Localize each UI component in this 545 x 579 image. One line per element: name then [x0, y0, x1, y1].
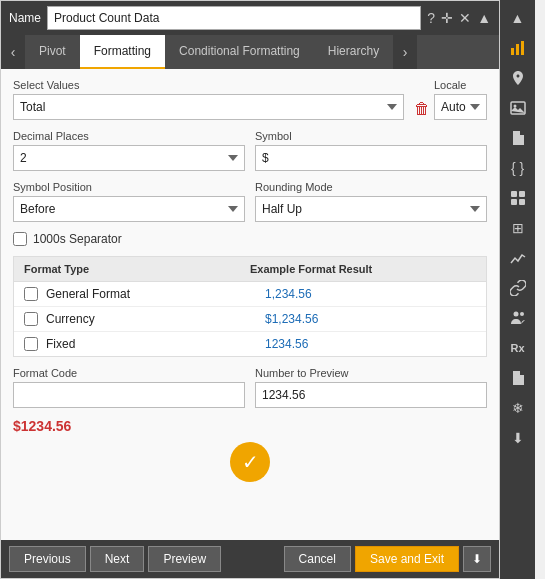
decimal-places-label: Decimal Places: [13, 130, 245, 142]
locale-label: Locale: [434, 79, 487, 91]
fixed-format-checkbox[interactable]: [24, 337, 38, 351]
sidebar-icon-link[interactable]: [503, 274, 533, 302]
symbol-position-label: Symbol Position: [13, 181, 245, 193]
sidebar-icon-grid[interactable]: ⊞: [503, 214, 533, 242]
confirm-button[interactable]: ✓: [230, 442, 270, 482]
sidebar-icon-chart-bar[interactable]: [503, 34, 533, 62]
sidebar-icon-up[interactable]: ▲: [503, 4, 533, 32]
svg-rect-5: [511, 191, 517, 197]
decimal-places-select[interactable]: 2: [13, 145, 245, 171]
sidebar-icon-rx[interactable]: Rx: [503, 334, 533, 362]
symbol-input[interactable]: [255, 145, 487, 171]
select-values-group: Select Values Total: [13, 79, 404, 120]
locale-delete-icon[interactable]: 🗑: [414, 100, 430, 118]
tab-hierarchy[interactable]: Hierarchy: [314, 35, 393, 69]
decimal-places-group: Decimal Places 2: [13, 130, 245, 171]
main-panel: Name ? ✛ ✕ ▲ ‹ Pivot Formatting Conditio…: [0, 0, 500, 579]
general-format-checkbox[interactable]: [24, 287, 38, 301]
format-code-group: Format Code: [13, 367, 245, 408]
number-to-preview-label: Number to Preview: [255, 367, 487, 379]
row-decimal-symbol: Decimal Places 2 Symbol: [13, 130, 487, 171]
next-button[interactable]: Next: [90, 546, 145, 572]
sidebar-icon-doc2[interactable]: [503, 364, 533, 392]
svg-rect-2: [521, 41, 524, 55]
locale-wrapper: 🗑 Locale Auto: [414, 79, 487, 120]
symbol-group: Symbol: [255, 130, 487, 171]
download-icon-button[interactable]: ⬇: [463, 546, 491, 572]
select-values-select[interactable]: Total: [13, 94, 404, 120]
tab-pivot[interactable]: Pivot: [25, 35, 80, 69]
svg-rect-0: [511, 48, 514, 55]
thousands-sep-row: 1000s Separator: [13, 232, 487, 246]
tab-next-btn[interactable]: ›: [393, 35, 417, 69]
col-type-header: Format Type: [24, 263, 250, 275]
table-row: Fixed 1234.56: [14, 332, 486, 356]
tab-conditional-formatting[interactable]: Conditional Formatting: [165, 35, 314, 69]
svg-rect-6: [519, 191, 525, 197]
format-table-header: Format Type Example Format Result: [14, 257, 486, 282]
sidebar-icon-gallery[interactable]: [503, 184, 533, 212]
svg-rect-7: [511, 199, 517, 205]
general-format-example: 1,234.56: [265, 287, 476, 301]
currency-format-label: Currency: [46, 312, 257, 326]
format-table: Format Type Example Format Result Genera…: [13, 256, 487, 357]
checkmark-row: ✓: [13, 442, 487, 482]
header-row: Name ? ✛ ✕ ▲: [1, 1, 499, 35]
cancel-button[interactable]: Cancel: [284, 546, 351, 572]
format-code-input[interactable]: [13, 382, 245, 408]
symbol-position-group: Symbol Position Before After: [13, 181, 245, 222]
rounding-mode-select[interactable]: Half Up: [255, 196, 487, 222]
content-area: Select Values Total 🗑 Locale Auto Decima…: [1, 69, 499, 540]
locale-select[interactable]: Auto: [434, 94, 487, 120]
close-icon[interactable]: ✕: [459, 10, 471, 26]
row-position-rounding: Symbol Position Before After Rounding Mo…: [13, 181, 487, 222]
thousands-separator-checkbox[interactable]: [13, 232, 27, 246]
sidebar-icon-document[interactable]: [503, 124, 533, 152]
sidebar-icon-code[interactable]: { }: [503, 154, 533, 182]
rounding-mode-group: Rounding Mode Half Up: [255, 181, 487, 222]
pin-icon[interactable]: ▲: [477, 10, 491, 26]
svg-point-10: [520, 312, 524, 316]
symbol-position-select[interactable]: Before After: [13, 196, 245, 222]
number-preview-group: Number to Preview: [255, 367, 487, 408]
sidebar-icon-image[interactable]: [503, 94, 533, 122]
move-icon[interactable]: ✛: [441, 10, 453, 26]
sidebar-icon-map[interactable]: [503, 64, 533, 92]
currency-format-checkbox[interactable]: [24, 312, 38, 326]
sidebar-icon-chart-line[interactable]: [503, 244, 533, 272]
tab-bar: ‹ Pivot Formatting Conditional Formattin…: [1, 35, 499, 69]
svg-point-9: [513, 312, 518, 317]
rounding-mode-label: Rounding Mode: [255, 181, 487, 193]
locale-group: Locale Auto: [434, 79, 487, 120]
sidebar-icon-snowflake[interactable]: ❄: [503, 394, 533, 422]
name-input[interactable]: [47, 6, 421, 30]
table-row: Currency $1,234.56: [14, 307, 486, 332]
tab-formatting[interactable]: Formatting: [80, 35, 165, 69]
help-icon[interactable]: ?: [427, 10, 435, 26]
previous-button[interactable]: Previous: [9, 546, 86, 572]
table-row: General Format 1,234.56: [14, 282, 486, 307]
symbol-label: Symbol: [255, 130, 487, 142]
currency-format-example: $1,234.56: [265, 312, 476, 326]
fixed-format-example: 1234.56: [265, 337, 476, 351]
number-to-preview-input[interactable]: [255, 382, 487, 408]
footer: Previous Next Preview Cancel Save and Ex…: [1, 540, 499, 578]
sidebar-icon-down[interactable]: ⬇: [503, 424, 533, 452]
code-preview-row: Format Code Number to Preview: [13, 367, 487, 408]
right-sidebar: ▲ { } ⊞ Rx ❄ ⬇: [500, 0, 535, 579]
header-icons: ? ✛ ✕ ▲: [427, 10, 491, 26]
row-select-locale: Select Values Total 🗑 Locale Auto: [13, 79, 487, 120]
format-code-label: Format Code: [13, 367, 245, 379]
svg-rect-8: [519, 199, 525, 205]
fixed-format-label: Fixed: [46, 337, 257, 351]
general-format-label: General Format: [46, 287, 257, 301]
svg-rect-1: [516, 44, 519, 55]
format-table-body: General Format 1,234.56 Currency $1,234.…: [14, 282, 486, 356]
preview-value: $1234.56: [13, 418, 487, 434]
tab-prev-btn[interactable]: ‹: [1, 35, 25, 69]
col-example-header: Example Format Result: [250, 263, 476, 275]
select-values-label: Select Values: [13, 79, 404, 91]
preview-button[interactable]: Preview: [148, 546, 221, 572]
save-exit-button[interactable]: Save and Exit: [355, 546, 459, 572]
sidebar-icon-people[interactable]: [503, 304, 533, 332]
